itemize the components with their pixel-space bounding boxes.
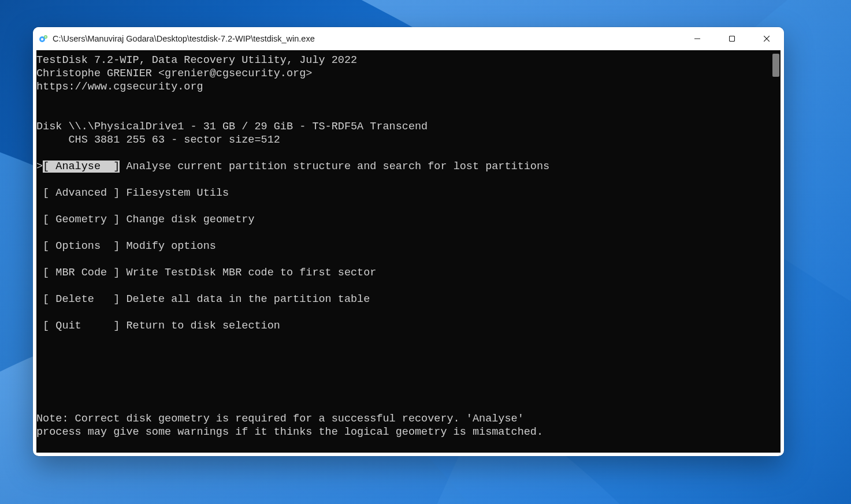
note-line: Note: Correct disk geometry is required … — [36, 413, 524, 425]
selection-marker — [36, 214, 43, 226]
selection-marker — [36, 187, 43, 199]
menu-label: [ Advanced ] — [43, 187, 120, 199]
note-line: process may give some warnings if it thi… — [36, 426, 543, 438]
menu-description: Delete all data in the partition table — [126, 293, 370, 305]
menu-label: [ MBR Code ] — [43, 267, 120, 279]
svg-point-1 — [41, 38, 43, 40]
menu-label: [ Options ] — [43, 240, 120, 252]
selection-marker — [36, 293, 43, 305]
terminal-output[interactable]: TestDisk 7.2-WIP, Data Recovery Utility,… — [36, 50, 771, 453]
titlebar[interactable]: C:\Users\Manuviraj Godara\Desktop\testdi… — [33, 27, 784, 50]
minimize-button[interactable] — [680, 27, 715, 50]
selection-marker — [36, 240, 43, 252]
header-line: TestDisk 7.2-WIP, Data Recovery Utility,… — [36, 54, 357, 66]
menu-description: Return to disk selection — [126, 320, 280, 332]
menu-label: [ Analyse ] — [43, 160, 120, 173]
menu-item-quit[interactable]: [ Quit ] Return to disk selection — [36, 319, 771, 333]
svg-rect-3 — [45, 36, 47, 38]
app-icon — [39, 34, 48, 43]
disk-info: Disk \\.\PhysicalDrive1 - 31 GB / 29 GiB… — [36, 121, 428, 133]
selection-marker — [36, 267, 43, 279]
menu-item-advanced[interactable]: [ Advanced ] Filesystem Utils — [36, 186, 771, 200]
close-button[interactable] — [749, 27, 784, 50]
window-controls — [680, 27, 784, 50]
menu-description: Filesystem Utils — [126, 187, 229, 199]
menu-label: [ Quit ] — [43, 320, 120, 332]
menu-item-geometry[interactable]: [ Geometry ] Change disk geometry — [36, 213, 771, 226]
menu-item-options[interactable]: [ Options ] Modify options — [36, 240, 771, 253]
vertical-scrollbar[interactable] — [771, 50, 781, 453]
menu-item-analyse[interactable]: >[ Analyse ] Analyse current partition s… — [36, 160, 771, 173]
svg-rect-5 — [730, 36, 735, 42]
menu-description: Analyse current partition structure and … — [126, 160, 549, 173]
menu-item-mbrcode[interactable]: [ MBR Code ] Write TestDisk MBR code to … — [36, 266, 771, 279]
header-url: https://www.cgsecurity.org — [36, 81, 203, 93]
menu-description: Change disk geometry — [126, 214, 254, 226]
window-title: C:\Users\Manuviraj Godara\Desktop\testdi… — [53, 34, 680, 43]
scrollbar-thumb[interactable] — [772, 54, 779, 77]
header-line: Christophe GRENIER <grenier@cgsecurity.o… — [36, 68, 312, 80]
menu-label: [ Geometry ] — [43, 214, 120, 226]
terminal-area: TestDisk 7.2-WIP, Data Recovery Utility,… — [33, 50, 784, 456]
menu-item-delete[interactable]: [ Delete ] Delete all data in the partit… — [36, 293, 771, 306]
menu-description: Write TestDisk MBR code to first sector — [126, 267, 376, 279]
menu-description: Modify options — [126, 240, 215, 252]
menu-label: [ Delete ] — [43, 293, 120, 305]
app-window: C:\Users\Manuviraj Godara\Desktop\testdi… — [33, 27, 784, 456]
selection-marker: > — [36, 160, 43, 173]
disk-geometry: CHS 3881 255 63 - sector size=512 — [36, 134, 280, 146]
maximize-button[interactable] — [715, 27, 749, 50]
selection-marker — [36, 320, 43, 332]
